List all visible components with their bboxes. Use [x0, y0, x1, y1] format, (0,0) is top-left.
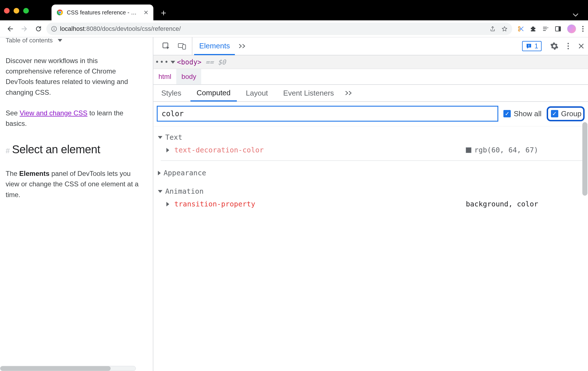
elements-tab[interactable]: Elements	[194, 38, 235, 55]
forward-button[interactable]	[18, 23, 31, 35]
prop-name: text-decoration-color	[174, 146, 264, 154]
toolbar: localhost:8080/docs/devtools/css/referen…	[0, 20, 588, 37]
group-checkbox-highlight: ✓ Group	[547, 106, 585, 121]
reading-list-icon[interactable]	[542, 25, 549, 32]
svg-rect-9	[559, 27, 561, 31]
chevron-down-icon	[58, 39, 62, 42]
subtab-layout[interactable]: Layout	[240, 85, 274, 101]
svg-rect-17	[529, 46, 529, 47]
dom-breadcrumbs: html body	[153, 69, 588, 85]
ellipsis-icon[interactable]: •••	[155, 58, 169, 66]
svg-point-12	[582, 30, 583, 31]
group-name-text: Text	[165, 133, 182, 141]
disclosure-down-icon[interactable]	[171, 61, 175, 64]
breadcrumb-html[interactable]: html	[153, 69, 176, 84]
scissors-icon[interactable]	[517, 25, 524, 32]
address-bar[interactable]: localhost:8080/docs/devtools/css/referen…	[46, 23, 512, 35]
disclosure-right-icon	[166, 202, 169, 206]
devtools-close-icon[interactable]	[578, 43, 585, 49]
devtools-toolbar: Elements 1	[153, 37, 588, 55]
see-paragraph: See View and change CSS to learn the bas…	[6, 108, 144, 129]
vertical-scrollbar[interactable]	[582, 122, 587, 360]
svg-rect-5	[54, 29, 54, 30]
subtab-event-listeners[interactable]: Event Listeners	[277, 85, 340, 101]
disclosure-right-icon	[166, 148, 169, 152]
side-panel-icon[interactable]	[555, 25, 561, 32]
group-name-animation: Animation	[165, 187, 203, 195]
disclosure-right-icon	[158, 171, 161, 175]
disclosure-down-icon	[158, 136, 162, 139]
group-name-appearance: Appearance	[164, 169, 206, 177]
inspect-element-icon[interactable]	[162, 42, 170, 50]
kebab-menu-icon[interactable]	[582, 25, 584, 32]
group-header-text[interactable]: Text	[158, 133, 583, 141]
reload-button[interactable]	[32, 23, 45, 35]
dom-meta: == $0	[205, 58, 226, 66]
svg-rect-16	[529, 45, 529, 46]
content-area: Table of contents Discover new workflows…	[0, 37, 588, 371]
window-zoom-button[interactable]	[23, 8, 29, 14]
view-change-css-link[interactable]: View and change CSS	[20, 109, 87, 117]
elements-paragraph: The Elements panel of DevTools lets you …	[6, 168, 144, 200]
horizontal-scrollbar-thumb[interactable]	[0, 366, 111, 371]
intro-paragraph: Discover new workflows in this comprehen…	[6, 55, 144, 98]
toc-toggle[interactable]: Table of contents	[6, 37, 144, 45]
prop-name: transition-property	[174, 200, 255, 208]
dom-selected-node[interactable]: ••• <body> == $0	[153, 55, 588, 69]
group-header-appearance[interactable]: Appearance	[158, 169, 583, 177]
svg-point-2	[59, 11, 61, 14]
subtab-styles[interactable]: Styles	[155, 85, 188, 101]
bookmark-icon[interactable]	[501, 26, 508, 32]
page-pane: Table of contents Discover new workflows…	[0, 37, 153, 371]
issues-button[interactable]: 1	[522, 41, 542, 51]
dom-tag: <body>	[177, 58, 201, 66]
computed-filter-input[interactable]	[157, 106, 498, 122]
share-icon[interactable]	[490, 26, 496, 32]
window-close-button[interactable]	[4, 8, 10, 14]
color-swatch-icon[interactable]	[466, 147, 471, 153]
section-heading: Select an element	[12, 141, 100, 158]
show-all-label: Show all	[514, 109, 541, 118]
new-tab-button[interactable]	[157, 7, 170, 19]
group-header-animation[interactable]: Animation	[158, 187, 583, 195]
toc-label: Table of contents	[6, 37, 53, 45]
tab-close-icon[interactable]	[144, 10, 148, 15]
prop-row-transition-property[interactable]: transition-property background, color	[161, 195, 583, 214]
window-controls	[4, 8, 29, 14]
chrome-favicon-icon	[57, 9, 63, 16]
vertical-scrollbar-thumb[interactable]	[582, 122, 587, 196]
prop-row-text-decoration-color[interactable]: text-decoration-color rgb(60, 64, 67)	[161, 141, 583, 161]
subtab-computed[interactable]: Computed	[190, 85, 237, 102]
svg-rect-15	[183, 45, 186, 49]
styles-subtabs: Styles Computed Layout Event Listeners	[153, 85, 588, 102]
settings-gear-icon[interactable]	[550, 42, 559, 50]
browser-tab[interactable]: CSS features reference - Chrom	[51, 5, 153, 20]
p2-prefix: The	[6, 170, 19, 177]
more-subtabs-icon[interactable]	[343, 90, 355, 96]
horizontal-scrollbar[interactable]	[0, 366, 136, 371]
site-info-icon[interactable]	[51, 26, 57, 32]
extensions-icon[interactable]	[530, 25, 537, 32]
devtools-menu-icon[interactable]	[567, 42, 569, 50]
chrome-window: CSS features reference - Chrom loc	[0, 0, 588, 371]
group-label: Group	[561, 109, 581, 118]
tab-strip: CSS features reference - Chrom	[0, 0, 588, 20]
computed-filter-row: ✓ Show all ✓ Group	[153, 102, 588, 126]
prop-value: background, color	[466, 200, 538, 208]
url-path: /docs/devtools/css/reference/	[100, 25, 181, 32]
url-host: localhost	[60, 25, 85, 32]
anchor-hash[interactable]: #	[6, 145, 10, 156]
more-tabs-icon[interactable]	[237, 44, 248, 49]
breadcrumb-body[interactable]: body	[176, 69, 201, 84]
issues-count: 1	[535, 42, 538, 50]
profile-avatar[interactable]	[567, 24, 576, 33]
prop-value: rgb(60, 64, 67)	[474, 146, 538, 154]
svg-point-11	[582, 28, 583, 29]
window-minimize-button[interactable]	[14, 8, 19, 14]
svg-point-10	[582, 26, 583, 27]
device-toolbar-icon[interactable]	[178, 42, 187, 50]
show-all-checkbox[interactable]: ✓ Show all	[503, 109, 541, 118]
tab-search-button[interactable]	[573, 13, 578, 17]
back-button[interactable]	[4, 23, 16, 35]
group-checkbox[interactable]: ✓ Group	[551, 109, 581, 118]
